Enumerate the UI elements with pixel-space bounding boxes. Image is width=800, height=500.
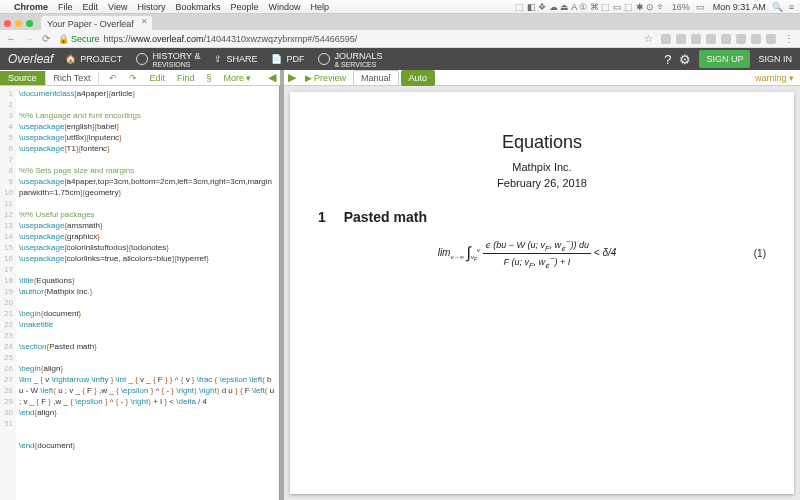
- manual-button[interactable]: Manual: [353, 70, 399, 86]
- editor-toolbar: Source Rich Text ↶ ↷ Edit Find § More ▾ …: [0, 70, 280, 86]
- undo-icon[interactable]: ↶: [103, 71, 123, 85]
- url-path: /14044310xwzwqzybrxmp#/54466595/: [204, 34, 358, 44]
- section-menu[interactable]: §: [200, 71, 217, 85]
- section-heading: 1 Pasted math: [318, 209, 766, 225]
- minimize-window-icon[interactable]: [15, 20, 22, 27]
- doc-date: February 26, 2018: [318, 177, 766, 189]
- maximize-window-icon[interactable]: [26, 20, 33, 27]
- ext-icon[interactable]: [721, 34, 731, 44]
- preview-toolbar: ▶ ▶ Preview Manual Auto warning ▾: [284, 70, 800, 86]
- chrome-menu-icon[interactable]: ⋮: [784, 33, 794, 44]
- editor-pane[interactable]: 1234567891011121314151617181920212223242…: [0, 86, 280, 500]
- more-menu[interactable]: More ▾: [217, 71, 257, 85]
- extension-icons: [661, 34, 776, 44]
- ext-icon[interactable]: [766, 34, 776, 44]
- tab-close-icon[interactable]: ✕: [141, 17, 148, 26]
- play-icon: ▶: [305, 73, 312, 83]
- equation-rhs: < δ/4: [594, 247, 617, 258]
- pdf-button[interactable]: 📄 PDF: [271, 54, 304, 64]
- rendered-page: Equations Mathpix Inc. February 26, 2018…: [290, 92, 794, 494]
- url-domain: www.overleaf.com: [131, 34, 204, 44]
- menu-view[interactable]: View: [108, 2, 127, 12]
- ext-icon[interactable]: [676, 34, 686, 44]
- journals-sublabel: & SERVICES: [334, 61, 382, 68]
- find-menu[interactable]: Find: [171, 71, 201, 85]
- reload-button[interactable]: ⟳: [42, 33, 50, 44]
- preview-pane[interactable]: Equations Mathpix Inc. February 26, 2018…: [284, 86, 800, 500]
- menu-history[interactable]: History: [137, 2, 165, 12]
- section-number: 1: [318, 209, 326, 225]
- richtext-tab[interactable]: Rich Text: [46, 71, 100, 85]
- url-prefix: https://: [104, 34, 131, 44]
- ext-icon[interactable]: [706, 34, 716, 44]
- hamburger-icon[interactable]: ≡: [789, 2, 794, 12]
- menu-file[interactable]: File: [58, 2, 73, 12]
- close-window-icon[interactable]: [4, 20, 11, 27]
- signin-button[interactable]: SIGN IN: [758, 54, 792, 64]
- browser-tab[interactable]: Your Paper - Overleaf ✕: [41, 16, 152, 30]
- collapse-editor-icon[interactable]: ◀: [264, 71, 280, 84]
- help-icon[interactable]: ?: [664, 52, 671, 67]
- journals-label: JOURNALS: [334, 51, 382, 61]
- preview-button[interactable]: ▶ Preview: [300, 71, 351, 85]
- collapse-preview-icon[interactable]: ▶: [284, 71, 300, 84]
- code-area[interactable]: \documentclass[a4paper]{article} %% Lang…: [16, 86, 279, 500]
- bookmark-icon[interactable]: ☆: [644, 33, 653, 44]
- preview-label: Preview: [314, 73, 346, 83]
- history-button[interactable]: HISTORY &REVISIONS: [136, 51, 200, 68]
- edit-menu[interactable]: Edit: [143, 71, 171, 85]
- forward-button: →: [24, 33, 34, 44]
- line-gutter: 1234567891011121314151617181920212223242…: [0, 86, 16, 500]
- ext-icon[interactable]: [751, 34, 761, 44]
- clock: Mon 9:31 AM: [713, 2, 766, 12]
- share-label: SHARE: [226, 54, 257, 64]
- secure-badge[interactable]: 🔒 Secure: [58, 34, 100, 44]
- app-name[interactable]: Chrome: [14, 2, 48, 12]
- doc-author: Mathpix Inc.: [318, 161, 766, 173]
- history-label: HISTORY &: [152, 51, 200, 61]
- source-tab[interactable]: Source: [0, 71, 46, 85]
- history-sublabel: REVISIONS: [152, 61, 200, 68]
- doc-title: Equations: [318, 132, 766, 153]
- overleaf-logo[interactable]: Overleaf: [8, 52, 53, 66]
- menu-people[interactable]: People: [230, 2, 258, 12]
- overleaf-topbar: Overleaf 🏠 PROJECT HISTORY &REVISIONS ⇪ …: [0, 48, 800, 70]
- pdf-label: PDF: [286, 54, 304, 64]
- main-split: 1234567891011121314151617181920212223242…: [0, 86, 800, 500]
- journals-icon: [318, 53, 330, 65]
- window-controls: [4, 20, 33, 27]
- settings-icon[interactable]: ⚙: [679, 52, 691, 67]
- redo-icon[interactable]: ↷: [123, 71, 143, 85]
- share-icon: ⇪: [214, 54, 222, 64]
- mac-menubar: Chrome File Edit View History Bookmarks …: [0, 0, 800, 14]
- battery-pct: 16%: [672, 2, 690, 12]
- spotlight-icon[interactable]: 🔍: [772, 2, 783, 12]
- menu-edit[interactable]: Edit: [83, 2, 99, 12]
- ext-icon[interactable]: [691, 34, 701, 44]
- equation: limv→∞ ∫vFv ϵ (bu − W (u; vF, wϵ−)) du F…: [318, 237, 766, 270]
- history-icon: [136, 53, 148, 65]
- menu-window[interactable]: Window: [268, 2, 300, 12]
- menu-help[interactable]: Help: [310, 2, 329, 12]
- signup-button[interactable]: SIGN UP: [699, 50, 750, 68]
- share-button[interactable]: ⇪ SHARE: [214, 54, 257, 64]
- warning-badge[interactable]: warning ▾: [755, 73, 794, 83]
- ext-icon[interactable]: [661, 34, 671, 44]
- equation-body: limv→∞ ∫vFv ϵ (bu − W (u; vF, wϵ−)) du F…: [318, 237, 736, 270]
- equation-number: (1): [736, 248, 766, 259]
- project-icon: 🏠: [65, 54, 76, 64]
- address-bar[interactable]: 🔒 Secure https://www.overleaf.com/140443…: [58, 34, 636, 44]
- battery-icon: ▭: [696, 2, 705, 12]
- chrome-toolbar: ← → ⟳ 🔒 Secure https://www.overleaf.com/…: [0, 30, 800, 48]
- project-button[interactable]: 🏠 PROJECT: [65, 54, 122, 64]
- lock-icon: 🔒: [58, 34, 69, 44]
- journals-button[interactable]: JOURNALS& SERVICES: [318, 51, 382, 68]
- status-icons[interactable]: ⬚ ◧ ❖ ☁ ⏏ A ① ⌘ ⬚ ▭ ⬚ ✱ ⊙ ᯤ: [515, 2, 666, 12]
- project-label: PROJECT: [80, 54, 122, 64]
- menu-bookmarks[interactable]: Bookmarks: [175, 2, 220, 12]
- ext-icon[interactable]: [736, 34, 746, 44]
- pdf-icon: 📄: [271, 54, 282, 64]
- auto-button[interactable]: Auto: [401, 70, 436, 86]
- tab-title: Your Paper - Overleaf: [47, 19, 134, 29]
- back-button[interactable]: ←: [6, 33, 16, 44]
